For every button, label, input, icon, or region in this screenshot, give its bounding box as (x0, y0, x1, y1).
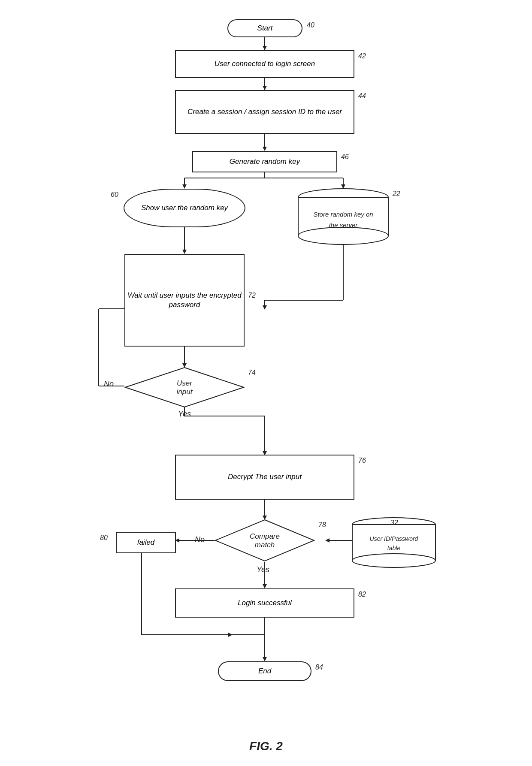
decrypt-box: Decrypt The user input (175, 455, 354, 500)
user-input-diamond: User input (124, 367, 245, 408)
caption-text: FIG. 2 (249, 739, 283, 753)
wait-input-label: Wait until user inputs the encrypted pas… (125, 291, 244, 310)
user-connected-id: 42 (358, 52, 366, 60)
decrypt-label: Decrypt The user input (228, 472, 302, 482)
figure-caption: FIG. 2 (249, 739, 283, 753)
diamond-svg: User input (124, 367, 245, 408)
failed-label: failed (137, 538, 155, 547)
svg-text:input: input (177, 388, 193, 396)
login-success-id: 82 (358, 591, 366, 598)
svg-marker-36 (263, 584, 267, 588)
end-label: End (258, 666, 271, 676)
store-key-cylinder: Store random key on the server (297, 188, 390, 245)
create-session-box: Create a session / assign session ID to … (175, 90, 354, 134)
end-box: End (218, 661, 311, 681)
compare-id: 78 (318, 521, 326, 529)
svg-marker-9 (182, 184, 187, 189)
user-connected-box: User connected to login screen (175, 50, 354, 78)
svg-text:the server: the server (329, 221, 358, 229)
login-success-label: Login successful (238, 598, 292, 608)
svg-marker-32 (325, 538, 329, 543)
svg-text:User ID/Password: User ID/Password (370, 535, 419, 542)
failed-box: failed (116, 532, 176, 553)
svg-point-48 (298, 227, 388, 244)
compare-diamond-svg: Compare match (215, 519, 315, 562)
store-key-id: 22 (393, 190, 400, 198)
svg-text:User: User (177, 379, 193, 387)
no-label-2: No (195, 535, 205, 544)
generate-key-box: Generate random key (192, 151, 337, 172)
svg-marker-43 (263, 657, 267, 661)
svg-marker-5 (263, 147, 267, 151)
yes-label-1: Yes (178, 410, 191, 419)
start-label: Start (257, 24, 273, 33)
failed-id: 80 (100, 534, 108, 542)
user-connected-label: User connected to login screen (215, 59, 315, 69)
wait-input-id: 72 (248, 292, 256, 299)
cylinder-svg: Store random key on the server (297, 188, 390, 245)
create-session-label: Create a session / assign session ID to … (187, 107, 342, 117)
end-id: 84 (315, 663, 323, 671)
svg-text:table: table (387, 545, 401, 552)
flowchart-diagram: Start 40 User connected to login screen … (0, 0, 532, 766)
show-key-id: 60 (111, 191, 118, 199)
svg-marker-14 (182, 250, 187, 254)
svg-marker-18 (263, 305, 267, 310)
start-box: Start (227, 19, 302, 37)
wait-input-box: Wait until user inputs the encrypted pas… (124, 254, 245, 347)
svg-text:Compare: Compare (250, 532, 280, 540)
show-key-label: Show user the random key (141, 203, 228, 213)
start-id: 40 (307, 21, 314, 29)
user-id-table-id: 32 (390, 519, 398, 527)
yes-label-2: Yes (257, 565, 269, 574)
decrypt-id: 76 (358, 457, 366, 464)
no-label-1: No (104, 380, 114, 389)
svg-marker-39 (228, 633, 233, 637)
svg-text:Store random key on: Store random key on (313, 211, 373, 218)
create-session-id: 44 (358, 92, 366, 100)
svg-text:match: match (255, 541, 275, 549)
login-success-box: Login successful (175, 588, 354, 618)
generate-key-id: 46 (341, 153, 349, 161)
svg-marker-51 (125, 368, 244, 407)
svg-point-61 (352, 554, 435, 567)
show-key-box: Show user the random key (124, 189, 245, 227)
svg-marker-3 (263, 86, 267, 90)
generate-key-label: Generate random key (230, 157, 300, 166)
svg-marker-54 (215, 520, 314, 561)
user-input-id: 74 (248, 369, 256, 377)
svg-marker-1 (263, 46, 267, 50)
compare-diamond: Compare match (215, 519, 315, 562)
